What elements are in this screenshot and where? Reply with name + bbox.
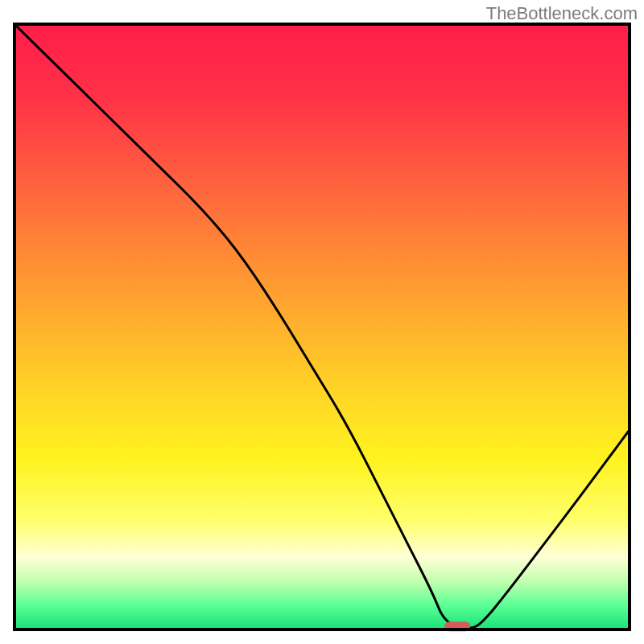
bottleneck-chart <box>0 0 644 644</box>
chart-container: TheBottleneck.com <box>0 0 644 644</box>
watermark-text: TheBottleneck.com <box>486 3 638 24</box>
